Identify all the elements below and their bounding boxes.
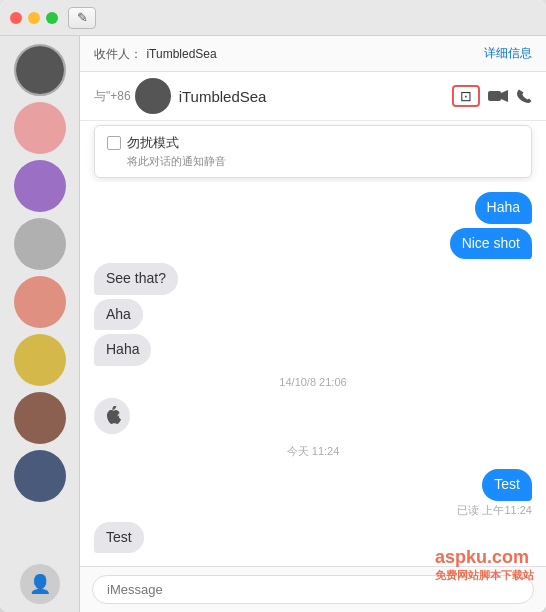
phone-call-button[interactable]: [516, 88, 532, 104]
message-see-that: See that?: [94, 263, 532, 295]
sidebar: 👤: [0, 36, 80, 612]
user-icon-glyph: 👤: [29, 573, 51, 595]
contact-actions: ⊡: [452, 85, 532, 107]
sidebar-item-contact-2[interactable]: [14, 102, 66, 154]
timestamp-1: 14/10/8 21:06: [94, 376, 532, 388]
message-status: 已读 上午11:24: [457, 503, 532, 518]
message-haha-recv: Haha: [94, 334, 532, 366]
bubble-sent-nice-shot: Nice shot: [450, 228, 532, 260]
sidebar-item-contact-3[interactable]: [14, 160, 66, 212]
bubble-sent-test: Test: [482, 469, 532, 501]
apple-logo-icon: [103, 406, 121, 426]
current-user-avatar[interactable]: 👤: [20, 564, 60, 604]
contact-name: iTumbledSea: [179, 88, 267, 105]
avatar-contact-3: [14, 160, 66, 212]
avatar-contact-6: [14, 334, 66, 386]
minimize-button[interactable]: [28, 12, 40, 24]
video-icon: [488, 89, 508, 103]
svg-rect-0: [488, 91, 501, 101]
screen-share-button[interactable]: ⊡: [452, 85, 480, 107]
dnd-checkbox[interactable]: [107, 136, 121, 150]
messages-area[interactable]: Haha Nice shot See that? Aha Haha: [80, 182, 546, 566]
timestamp-2: 今天 11:24: [94, 444, 532, 459]
avatar-contact-4: [14, 218, 66, 270]
imessage-input[interactable]: [92, 575, 534, 604]
avatar-contact-2: [14, 102, 66, 154]
bubble-recv-test: Test: [94, 522, 144, 554]
dnd-label: 勿扰模式: [127, 134, 179, 152]
sidebar-item-contact-5[interactable]: [14, 276, 66, 328]
message-aha: Aha: [94, 299, 532, 331]
apple-bubble: [94, 398, 130, 434]
bubble-recv-aha: Aha: [94, 299, 143, 331]
avatar-contact-7: [14, 392, 66, 444]
maximize-button[interactable]: [46, 12, 58, 24]
message-test-recv: Test: [94, 522, 532, 554]
avatar-contact-8: [14, 450, 66, 502]
recipient-name: iTumbledSea: [146, 47, 216, 61]
apple-icon-message: [94, 398, 532, 434]
phone-icon: [516, 88, 532, 104]
screen-share-icon: ⊡: [460, 88, 472, 104]
sidebar-item-contact-1[interactable]: [14, 44, 66, 96]
contact-bar: 与"+86 iTumbledSea ⊡: [80, 72, 546, 121]
compose-button[interactable]: ✎: [68, 7, 96, 29]
titlebar: ✎: [0, 0, 546, 36]
message-nice-shot: Nice shot: [94, 228, 532, 260]
contact-avatar: [135, 78, 171, 114]
input-bar: [80, 566, 546, 612]
message-test-sent: Test 已读 上午11:24: [94, 469, 532, 518]
detail-link[interactable]: 详细信息: [484, 45, 532, 62]
sidebar-item-contact-8[interactable]: [14, 450, 66, 502]
dnd-subtitle: 将此对话的通知静音: [127, 154, 519, 169]
sidebar-item-contact-6[interactable]: [14, 334, 66, 386]
chat-area: 收件人： iTumbledSea 详细信息 与"+86 iTumbledSea …: [80, 36, 546, 612]
with-label: 与"+86: [94, 88, 131, 105]
compose-icon: ✎: [77, 10, 88, 25]
avatar-contact-5: [14, 276, 66, 328]
avatar-contact-1: [16, 46, 64, 94]
dnd-menu: 勿扰模式 将此对话的通知静音: [94, 125, 532, 178]
message-haha: Haha: [94, 192, 532, 224]
bubble-recv-see-that: See that?: [94, 263, 178, 295]
chat-header: 收件人： iTumbledSea 详细信息: [80, 36, 546, 72]
close-button[interactable]: [10, 12, 22, 24]
traffic-lights: [10, 12, 58, 24]
bubble-recv-haha: Haha: [94, 334, 151, 366]
sidebar-item-contact-7[interactable]: [14, 392, 66, 444]
bubble-sent-haha: Haha: [475, 192, 532, 224]
sidebar-item-contact-4[interactable]: [14, 218, 66, 270]
recipient-label: 收件人：: [94, 47, 142, 61]
svg-marker-1: [501, 90, 508, 102]
video-call-button[interactable]: [488, 89, 508, 103]
